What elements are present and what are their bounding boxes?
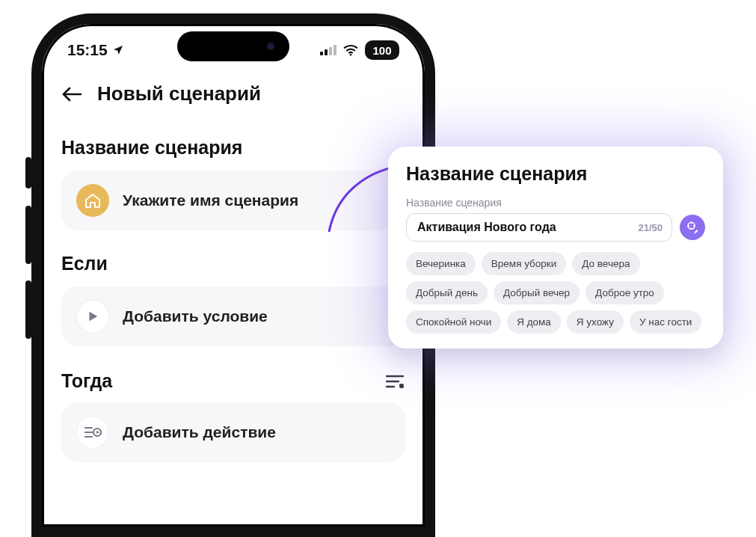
add-condition-label: Добавить условие xyxy=(123,307,268,325)
section-name-heading: Название сценария xyxy=(61,137,405,159)
play-icon xyxy=(76,300,109,333)
location-icon xyxy=(112,44,124,56)
scenario-name-popover: Название сценария Название сценария Акти… xyxy=(388,147,723,349)
phone-volume-down xyxy=(25,280,31,339)
add-action-label: Добавить действие xyxy=(123,423,276,441)
popover-field-label: Название сценария xyxy=(406,197,705,209)
signal-icon xyxy=(320,45,336,55)
phone-side-button xyxy=(25,157,31,188)
nav-bar: Новый сценарий xyxy=(61,76,405,123)
phone-frame: 15:15 100 Новый сценарий Название сценар… xyxy=(31,13,435,537)
add-action-row[interactable]: Добавить действие xyxy=(61,402,405,462)
add-condition-row[interactable]: Добавить условие xyxy=(61,286,405,346)
status-time: 15:15 xyxy=(67,41,108,59)
scenario-name-value: Активация Нового года xyxy=(417,221,556,233)
page-title: Новый сценарий xyxy=(97,82,261,105)
back-button[interactable] xyxy=(61,83,84,105)
suggestion-chip[interactable]: Добрый день xyxy=(406,281,488,304)
suggestion-chip[interactable]: До вечера xyxy=(572,252,639,275)
svg-rect-0 xyxy=(320,52,323,55)
suggestion-chip[interactable]: У нас гости xyxy=(630,310,701,334)
popover-title: Название сценария xyxy=(406,163,705,185)
suggestion-chips: ВечеринкаВремя уборкиДо вечераДобрый ден… xyxy=(406,252,705,334)
scenario-name-input[interactable]: Активация Нового года 21/50 xyxy=(406,213,672,242)
svg-rect-2 xyxy=(329,47,332,55)
char-counter: 21/50 xyxy=(638,222,663,233)
suggestion-chip[interactable]: Доброе утро xyxy=(586,281,664,304)
dynamic-island xyxy=(177,31,289,61)
section-if-heading: Если xyxy=(61,253,405,274)
battery-indicator: 100 xyxy=(365,40,399,60)
suggestion-chip[interactable]: Я ухожу xyxy=(567,310,624,334)
suggestion-chip[interactable]: Спокойной ночи xyxy=(406,310,501,334)
home-icon xyxy=(76,184,109,217)
suggestion-chip[interactable]: Я дома xyxy=(507,310,561,334)
list-options-icon[interactable] xyxy=(384,371,405,392)
screen: Новый сценарий Название сценария Укажите… xyxy=(42,69,425,462)
action-icon xyxy=(76,416,109,449)
scenario-name-label: Укажите имя сценария xyxy=(123,191,298,209)
svg-point-4 xyxy=(350,54,351,55)
svg-rect-5 xyxy=(399,384,404,388)
wifi-icon xyxy=(342,44,359,56)
svg-rect-3 xyxy=(334,45,336,55)
section-then-heading: Тогда xyxy=(61,370,112,392)
edit-icon-button[interactable] xyxy=(680,215,705,240)
suggestion-chip[interactable]: Вечеринка xyxy=(406,252,476,275)
phone-volume-up xyxy=(25,206,31,264)
suggestion-chip[interactable]: Время уборки xyxy=(482,252,566,275)
scenario-name-row[interactable]: Укажите имя сценария xyxy=(61,171,405,230)
svg-rect-1 xyxy=(325,49,328,55)
suggestion-chip[interactable]: Добрый вечер xyxy=(494,281,580,304)
